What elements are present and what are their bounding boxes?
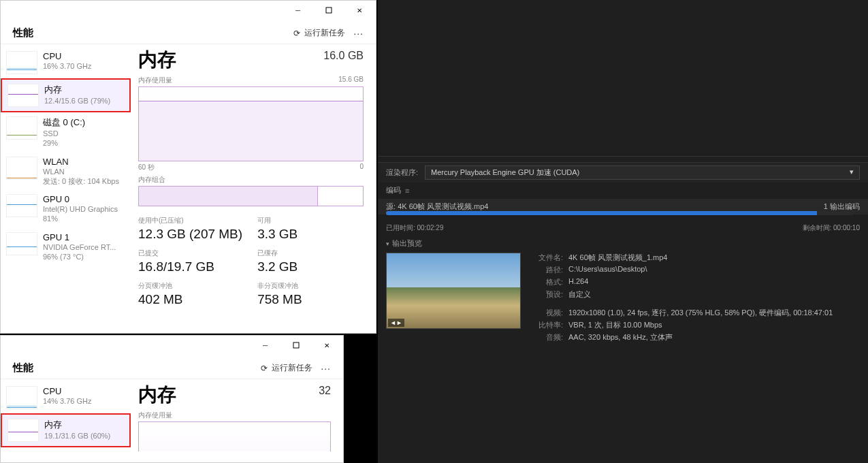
disk-thumb-icon (6, 116, 37, 140)
sidebar-item-wlan[interactable]: WLAN WLAN 发送: 0 接收: 104 Kbps (1, 153, 131, 191)
sidebar-item-memory[interactable]: 内存 12.4/15.6 GB (79%) (1, 78, 131, 112)
sidebar-sub: 16% 3.70 GHz (43, 61, 92, 71)
memory-total-partial: 32 (319, 385, 331, 397)
meta-val: 自定义 (568, 289, 591, 300)
sidebar-label: 内存 (44, 84, 110, 96)
close-button[interactable]: ✕ (311, 336, 342, 355)
commit-label: 已提交 (138, 249, 242, 258)
memory-composition-bar (138, 186, 364, 206)
chevron-down-icon: ▾ (850, 167, 854, 176)
preview-thumbnail: ◄► (386, 253, 521, 329)
more-options-button[interactable]: ··· (353, 28, 364, 39)
run-new-task-button[interactable]: ⟳ 运行新任务 (293, 27, 345, 39)
sidebar-item-cpu[interactable]: CPU 14% 3.76 GHz (1, 382, 131, 413)
remain-value: 00:00:10 (833, 224, 860, 232)
meta-key: 音频: (530, 332, 563, 342)
sidebar-sub: 12.4/15.6 GB (79%) (44, 96, 110, 106)
encoding-panel-header[interactable]: 编码 ≡ (378, 181, 868, 199)
cached-value: 3.2 GB (257, 259, 302, 274)
nonpaged-label: 非分页缓冲池 (257, 281, 302, 291)
renderer-row: 渲染程序: Mercury Playback Engine GPU 加速 (CU… (378, 162, 868, 182)
sidebar-item-gpu1[interactable]: GPU 1 NVIDIA GeForce RT... 96% (73 °C) (1, 228, 131, 266)
avail-label: 可用 (257, 216, 302, 225)
minimize-button[interactable]: ─ (250, 336, 280, 355)
paged-label: 分页缓冲池 (138, 281, 242, 291)
remain-label: 剩余时间: (803, 224, 832, 232)
titlebar: ─ ✕ (1, 1, 376, 20)
minimize-button[interactable]: ─ (283, 1, 313, 20)
sidebar-label: WLAN (43, 157, 119, 167)
svg-rect-0 (326, 7, 332, 13)
run-icon: ⟳ (293, 29, 300, 38)
preview-badge-icon: ◄► (388, 319, 404, 327)
sidebar-sub: 19.1/31.6 GB (60%) (44, 431, 110, 441)
close-button[interactable]: ✕ (344, 1, 374, 20)
used-label: 使用中(已压缩) (138, 216, 242, 225)
commit-value: 16.8/19.7 GB (138, 259, 242, 274)
output-preview-label: 输出预览 (392, 238, 422, 249)
sidebar-label: CPU (43, 386, 92, 396)
task-manager-window-top: ─ ✕ 性能 ⟳ 运行新任务 ··· CPU 16% 3.70 GHz (0, 0, 376, 334)
paged-value: 402 MB (138, 292, 242, 307)
panel-menu-icon[interactable]: ≡ (405, 187, 409, 195)
meta-val: VBR, 1 次, 目标 10.00 Mbps (568, 320, 662, 330)
memory-detail-panel: 内存 16.0 GB 内存使用量 15.6 GB 60 秒 0 内存组合 使用中… (131, 44, 376, 322)
memory-usage-chart (138, 421, 331, 451)
output-count: 1 输出编码 (824, 202, 860, 212)
tab-header: 性能 ⟳ 运行新任务 ··· (1, 20, 376, 44)
usage-label: 内存使用量 (138, 76, 172, 85)
composition-label: 内存组合 (138, 175, 364, 185)
meta-key: 格式: (530, 277, 563, 287)
task-manager-window-bottom: ─ ✕ 性能 ⟳ 运行新任务 ··· CPU 14% 3.76 GHz (0, 335, 344, 463)
svg-rect-1 (293, 342, 299, 348)
sidebar-label: GPU 1 (43, 232, 116, 242)
meta-key: 视频: (530, 308, 563, 318)
maximize-button[interactable] (280, 336, 311, 355)
renderer-dropdown[interactable]: Mercury Playback Engine GPU 加速 (CUDA) ▾ (425, 165, 860, 180)
meta-key: 比特率: (530, 320, 563, 330)
gpu0-thumb-icon (6, 194, 37, 217)
used-value: 12.3 GB (207 MB) (138, 227, 242, 242)
usage-max: 15.6 GB (338, 76, 364, 85)
cpu-thumb-icon (6, 51, 37, 74)
memory-title: 内存 (138, 382, 176, 408)
nonpaged-value: 758 MB (257, 292, 302, 307)
sidebar-sub: WLAN 发送: 0 接收: 104 Kbps (43, 167, 119, 187)
ame-empty-top (378, 0, 868, 157)
sidebar-label: CPU (43, 51, 92, 61)
run-task-label: 运行新任务 (272, 362, 312, 374)
cpu-thumb-icon (6, 386, 37, 409)
encode-progress-bar (386, 211, 854, 215)
meta-key: 文件名: (530, 253, 563, 263)
meta-key: 预设: (530, 289, 563, 300)
media-encoder-window: 渲染程序: Mercury Playback Engine GPU 加速 (CU… (378, 0, 868, 463)
tab-performance[interactable]: 性能 (13, 27, 33, 39)
elapsed-label: 已用时间: (386, 224, 415, 232)
tab-performance[interactable]: 性能 (13, 362, 33, 374)
sidebar-item-cpu[interactable]: CPU 16% 3.70 GHz (1, 47, 131, 78)
memory-title: 内存 (138, 47, 176, 73)
sidebar-item-gpu0[interactable]: GPU 0 Intel(R) UHD Graphics 81% (1, 190, 131, 228)
sidebar-label: GPU 0 (43, 194, 118, 204)
memory-thumb-icon (7, 84, 39, 107)
tab-header: 性能 ⟳ 运行新任务 ··· (1, 355, 343, 379)
memory-detail-panel: 内存 32 内存使用量 (131, 379, 343, 451)
usage-label: 内存使用量 (138, 411, 172, 420)
source-prefix: 源: (386, 202, 396, 210)
memory-thumb-icon (7, 419, 39, 442)
sidebar-sub: NVIDIA GeForce RT... 96% (73 °C) (43, 242, 116, 262)
elapsed-value: 00:02:29 (417, 224, 444, 232)
source-name: 4K 60帧 风景测试视频.mp4 (398, 202, 488, 210)
memory-usage-chart (138, 86, 364, 161)
renderer-label: 渲染程序: (386, 167, 418, 178)
gpu1-thumb-icon (6, 232, 37, 255)
sidebar-item-disk[interactable]: 磁盘 0 (C:) SSD 29% (1, 112, 131, 153)
sidebar-label: 内存 (44, 419, 110, 431)
output-preview-toggle[interactable]: ▾ 输出预览 (386, 238, 860, 249)
maximize-button[interactable] (313, 1, 344, 20)
meta-val: 4K 60帧 风景测试视频_1.mp4 (568, 253, 668, 263)
run-new-task-button[interactable]: ⟳ 运行新任务 (261, 362, 312, 374)
sidebar-item-memory[interactable]: 内存 19.1/31.6 GB (60%) (1, 413, 131, 447)
more-options-button[interactable]: ··· (321, 363, 331, 374)
wlan-thumb-icon (6, 157, 37, 180)
